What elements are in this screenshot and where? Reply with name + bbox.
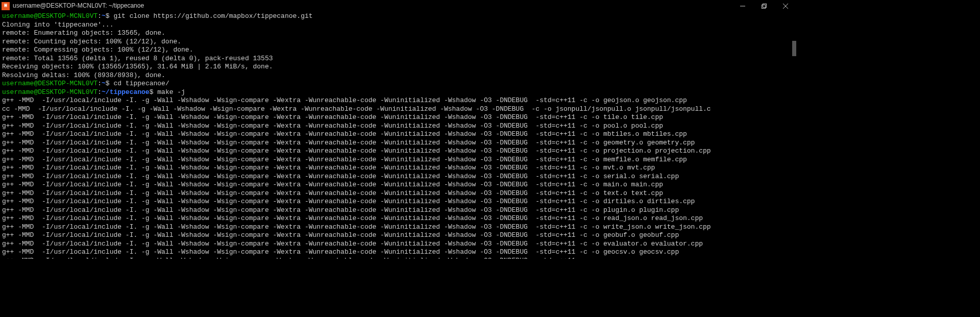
- output-line: g++ -MMD -I/usr/local/include -I. -g -Wa…: [2, 139, 794, 148]
- output-line: cc -MMD -I/usr/local/include -I. -g -Wal…: [2, 105, 794, 114]
- prompt-line: username@DESKTOP-MCNL0VT:~$ git clone ht…: [2, 12, 794, 21]
- output-line: g++ -MMD -I/usr/local/include -I. -g -Wa…: [2, 214, 794, 223]
- prompt-dollar: $: [106, 80, 114, 87]
- app-icon: ▣: [2, 2, 10, 10]
- output-line: Cloning into 'tippecanoe'...: [2, 21, 794, 30]
- prompt-line: username@DESKTOP-MCNL0VT:~/tippecanoe$ m…: [2, 88, 794, 97]
- output-line: remote: Compressing objects: 100% (12/12…: [2, 46, 794, 55]
- prompt-path: ~/tippecanoe: [102, 88, 150, 96]
- command-text: make -j: [157, 88, 185, 96]
- output-line: remote: Counting objects: 100% (12/12), …: [2, 38, 794, 46]
- prompt-path: ~: [102, 12, 106, 20]
- prompt-dollar: $: [150, 88, 158, 96]
- output-line: Receiving objects: 100% (13565/13565), 3…: [2, 63, 794, 71]
- output-line: remote: Enumerating objects: 13565, done…: [2, 29, 794, 38]
- output-line: g++ -MMD -I/usr/local/include -I. -g -Wa…: [2, 231, 794, 240]
- prompt-line: username@DESKTOP-MCNL0VT:~$ cd tippecano…: [2, 80, 794, 88]
- output-line: g++ -MMD -I/usr/local/include -I. -g -Wa…: [2, 130, 794, 139]
- prompt-user: username@DESKTOP-MCNL0VT: [2, 88, 97, 96]
- terminal-body[interactable]: username@DESKTOP-MCNL0VT:~$ git clone ht…: [0, 12, 796, 259]
- window-title: username@DESKTOP-MCNL0VT: ~/tippecanoe: [13, 2, 144, 10]
- prompt-sep: :: [97, 12, 102, 20]
- output-line: g++ -MMD -I/usr/local/include -I. -g -Wa…: [2, 113, 794, 122]
- prompt-user: username@DESKTOP-MCNL0VT: [2, 80, 97, 87]
- output-line: g++ -MMD -I/usr/local/include -I. -g -Wa…: [2, 164, 794, 173]
- output-line: g++ -MMD -I/usr/local/include -I. -g -Wa…: [2, 248, 794, 257]
- output-line: g++ -MMD -I/usr/local/include -I. -g -Wa…: [2, 147, 794, 156]
- prompt-dollar: $: [106, 12, 114, 20]
- output-line: g++ -MMD -I/usr/local/include -I. -g -Wa…: [2, 122, 794, 131]
- prompt-path: ~: [102, 80, 106, 87]
- window-titlebar[interactable]: ▣ username@DESKTOP-MCNL0VT: ~/tippecanoe: [0, 0, 796, 12]
- output-line: remote: Total 13565 (delta 1), reused 8 …: [2, 55, 794, 63]
- output-line: g++ -MMD -I/usr/local/include -I. -g -Wa…: [2, 206, 794, 215]
- svg-rect-1: [762, 5, 766, 8]
- output-line: g++ -MMD -I/usr/local/include -I. -g -Wa…: [2, 189, 794, 198]
- output-line: g++ -MMD -I/usr/local/include -I. -g -Wa…: [2, 223, 794, 232]
- maximize-button[interactable]: [753, 0, 775, 12]
- prompt-sep: :: [97, 88, 102, 96]
- command-text: cd tippecanoe/: [113, 80, 169, 87]
- output-line: g++ -MMD -I/usr/local/include -I. -g -Wa…: [2, 198, 794, 206]
- output-line: g++ -MMD -I/usr/local/include -I. -g -Wa…: [2, 173, 794, 181]
- prompt-sep: :: [97, 80, 102, 87]
- close-button[interactable]: [775, 0, 796, 12]
- scrollbar-thumb[interactable]: [792, 41, 796, 56]
- command-text: git clone https://github.com/mapbox/tipp…: [113, 12, 312, 20]
- prompt-user: username@DESKTOP-MCNL0VT: [2, 12, 97, 20]
- output-line: g++ -MMD -I/usr/local/include -I. -g -Wa…: [2, 181, 794, 189]
- minimize-button[interactable]: [732, 0, 753, 12]
- output-line: Resolving deltas: 100% (8938/8938), done…: [2, 71, 794, 80]
- output-line: g++ -MMD -I/usr/local/include -I. -g -Wa…: [2, 257, 794, 259]
- svg-rect-2: [763, 4, 767, 7]
- output-line: g++ -MMD -I/usr/local/include -I. -g -Wa…: [2, 156, 794, 164]
- output-line: g++ -MMD -I/usr/local/include -I. -g -Wa…: [2, 96, 794, 105]
- output-line: g++ -MMD -I/usr/local/include -I. -g -Wa…: [2, 240, 794, 249]
